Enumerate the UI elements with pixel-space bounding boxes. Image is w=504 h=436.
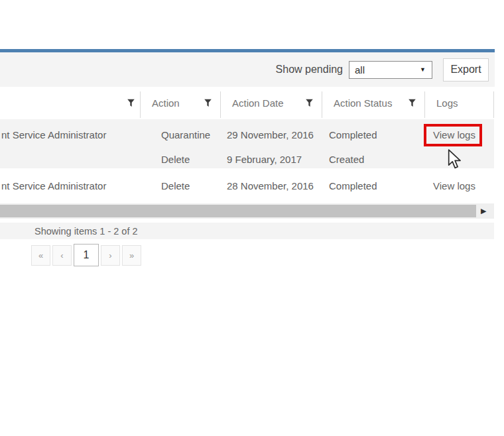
- cell-name: nt Service Administrator: [0, 119, 140, 150]
- scrollbar-thumb[interactable]: [0, 205, 476, 217]
- cell-action: Quarantine: [140, 119, 220, 150]
- last-page-button[interactable]: »: [122, 245, 141, 266]
- column-header-label: Action Date: [232, 97, 284, 109]
- toolbar: Show pending all ▼ Export: [0, 52, 495, 87]
- filter-icon[interactable]: [204, 99, 212, 107]
- cell-action-date: 9 February, 2017: [220, 150, 322, 168]
- cell-action-date: 28 November, 2016: [220, 168, 322, 203]
- filter-icon[interactable]: [306, 99, 313, 107]
- column-divider: [424, 91, 425, 118]
- column-header-label: Logs: [436, 97, 458, 109]
- cell-action-status: Created: [322, 150, 424, 168]
- filter-icon[interactable]: [127, 99, 135, 107]
- view-logs-link[interactable]: View logs: [433, 129, 475, 140]
- pagination: « ‹ 1 › »: [31, 244, 141, 266]
- column-header-action: Action: [140, 87, 220, 119]
- mouse-cursor-icon: [448, 149, 462, 170]
- next-page-button[interactable]: ›: [101, 245, 120, 266]
- column-divider: [220, 91, 221, 118]
- showing-items-text: Showing items 1 - 2 of 2: [34, 226, 138, 237]
- prev-page-button[interactable]: ‹: [52, 245, 72, 266]
- current-page-button[interactable]: 1: [74, 244, 99, 266]
- column-header-action-date: Action Date: [220, 87, 322, 119]
- column-header-action-status: Action Status: [322, 87, 424, 119]
- view-logs-link[interactable]: View logs: [433, 180, 475, 191]
- horizontal-scrollbar[interactable]: ▶: [0, 203, 494, 219]
- column-divider: [493, 91, 494, 118]
- table-row[interactable]: nt Service Administrator Delete 28 Novem…: [0, 168, 494, 203]
- column-header-name-truncated: [0, 87, 140, 119]
- export-button[interactable]: Export: [443, 58, 489, 82]
- cell-action: Delete: [140, 150, 220, 168]
- scroll-right-arrow-icon[interactable]: ▶: [481, 207, 486, 215]
- column-header-label: Action: [152, 97, 180, 109]
- column-divider: [140, 91, 141, 118]
- cell-action-date: 29 November, 2016: [220, 119, 322, 150]
- show-pending-select[interactable]: all ▼: [349, 61, 432, 79]
- column-header-label: Action Status: [334, 97, 392, 109]
- status-bar: Showing items 1 - 2 of 2: [0, 223, 494, 239]
- cell-action: Delete: [140, 168, 220, 203]
- cell-action-status: Completed: [322, 119, 424, 150]
- table-header-row: Action Action Date Action Status Logs: [0, 87, 494, 119]
- column-divider: [322, 91, 322, 118]
- cell-name: nt Service Administrator: [0, 168, 140, 203]
- column-header-logs: Logs: [424, 87, 494, 119]
- first-page-button[interactable]: «: [31, 245, 50, 266]
- dropdown-caret-icon: ▼: [420, 66, 426, 73]
- show-pending-selected-value: all: [355, 64, 420, 76]
- filter-icon[interactable]: [409, 99, 416, 107]
- cell-action-status: Completed: [322, 168, 424, 203]
- table-row[interactable]: nt Service Administrator Quarantine 29 N…: [0, 119, 494, 168]
- show-pending-label: Show pending: [276, 64, 343, 76]
